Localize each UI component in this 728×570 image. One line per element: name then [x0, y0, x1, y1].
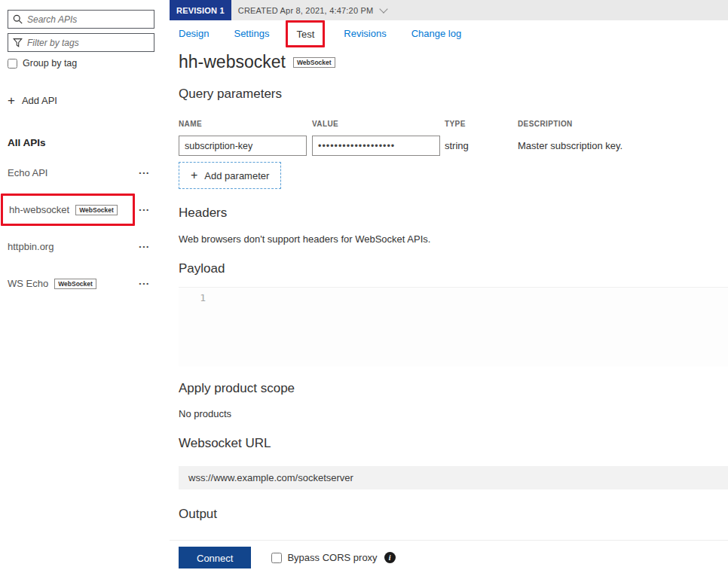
- output-heading: Output: [179, 507, 728, 521]
- tab-test[interactable]: Test: [296, 29, 314, 40]
- websocket-url-heading: Websocket URL: [179, 436, 728, 450]
- product-scope-value: No products: [179, 408, 728, 419]
- add-api-label: Add API: [22, 95, 57, 106]
- product-scope-heading: Apply product scope: [179, 381, 728, 395]
- plus-icon: +: [191, 169, 197, 181]
- info-icon[interactable]: i: [384, 552, 396, 563]
- all-apis-heading: All APIs: [8, 137, 154, 148]
- api-item-label[interactable]: Echo API: [8, 167, 47, 178]
- api-list: Echo API ••• hh-websocket WebSocket ••• …: [8, 154, 154, 302]
- search-apis-box[interactable]: [8, 10, 154, 29]
- connect-button[interactable]: Connect: [179, 547, 251, 568]
- more-options-icon[interactable]: •••: [136, 203, 154, 216]
- test-console: hh-websocket WebSocket Query parameters …: [170, 53, 728, 568]
- api-item-label[interactable]: hh-websocket: [9, 204, 69, 215]
- websocket-badge: WebSocket: [75, 205, 118, 215]
- bypass-cors-checkbox[interactable]: [271, 553, 282, 563]
- filter-tags-box[interactable]: [8, 33, 154, 52]
- editor-text-area[interactable]: [216, 288, 728, 367]
- annotation-highlight-box: hh-websocket WebSocket: [1, 194, 135, 226]
- tab-design[interactable]: Design: [179, 28, 209, 39]
- add-parameter-button[interactable]: + Add parameter: [179, 162, 281, 189]
- parameter-type: string: [445, 140, 518, 151]
- filter-icon: [13, 38, 23, 47]
- headers-note: Web browsers don't support headers for W…: [179, 233, 728, 245]
- websocket-url-field[interactable]: wss://www.example.com/socketserver: [179, 466, 728, 489]
- add-api-button[interactable]: + Add API: [8, 94, 154, 107]
- bypass-cors-label: Bypass CORS proxy: [287, 552, 377, 563]
- column-header-name: NAME: [179, 120, 312, 128]
- column-header-type: TYPE: [445, 120, 518, 128]
- add-parameter-label: Add parameter: [204, 170, 269, 181]
- api-sidebar: Group by tag + Add API All APIs Echo API…: [0, 0, 170, 570]
- tab-bar: Design Settings Test Revisions Change lo…: [170, 20, 728, 47]
- parameter-value-input[interactable]: [312, 136, 440, 156]
- revision-badge: REVISION 1: [170, 0, 231, 20]
- parameter-name-input[interactable]: [179, 136, 307, 156]
- api-item-label[interactable]: WS Echo: [8, 278, 48, 289]
- payload-heading: Payload: [179, 261, 728, 276]
- page-title: hh-websocket: [179, 53, 286, 72]
- api-list-item-ws-echo[interactable]: WS Echo WebSocket •••: [8, 265, 154, 302]
- group-by-tag-row[interactable]: Group by tag: [8, 58, 154, 69]
- chevron-down-icon[interactable]: [380, 5, 388, 13]
- editor-line-number: 1: [179, 288, 216, 367]
- parameter-description: Master subscription key.: [518, 140, 728, 151]
- filter-tags-input[interactable]: [27, 38, 149, 48]
- headers-heading: Headers: [179, 206, 728, 220]
- search-apis-input[interactable]: [27, 14, 149, 25]
- api-list-item-httpbin[interactable]: httpbin.org •••: [8, 228, 154, 265]
- column-header-value: VALUE: [312, 120, 445, 128]
- tab-change-log[interactable]: Change log: [411, 28, 462, 39]
- column-header-description: DESCRIPTION: [518, 120, 728, 128]
- tab-settings[interactable]: Settings: [234, 28, 269, 39]
- more-options-icon[interactable]: •••: [136, 240, 154, 253]
- search-icon: [13, 14, 23, 24]
- api-list-item-echo-api[interactable]: Echo API •••: [8, 154, 154, 191]
- console-footer: Connect Bypass CORS proxy i: [170, 540, 728, 568]
- query-parameter-row: string Master subscription key.: [179, 136, 728, 156]
- bypass-cors-row[interactable]: Bypass CORS proxy: [271, 552, 377, 563]
- annotation-highlight-box: Test: [286, 20, 325, 47]
- created-timestamp: CREATED Apr 8, 2021, 4:47:20 PM: [238, 6, 374, 15]
- main-panel: REVISION 1 CREATED Apr 8, 2021, 4:47:20 …: [170, 0, 728, 570]
- group-by-tag-label: Group by tag: [23, 58, 77, 69]
- api-item-label[interactable]: httpbin.org: [8, 241, 54, 252]
- api-list-item-hh-websocket[interactable]: hh-websocket WebSocket •••: [8, 191, 154, 228]
- websocket-badge: WebSocket: [293, 57, 335, 68]
- tab-revisions[interactable]: Revisions: [344, 28, 386, 39]
- query-parameters-table-header: NAME VALUE TYPE DESCRIPTION: [179, 120, 728, 128]
- more-options-icon[interactable]: •••: [136, 277, 154, 290]
- revision-bar: REVISION 1 CREATED Apr 8, 2021, 4:47:20 …: [170, 0, 728, 20]
- more-options-icon[interactable]: •••: [136, 166, 154, 179]
- payload-code-editor[interactable]: 1: [179, 287, 728, 367]
- query-parameters-heading: Query parameters: [179, 87, 728, 101]
- websocket-badge: WebSocket: [54, 279, 96, 289]
- plus-icon: +: [8, 94, 15, 107]
- group-by-tag-checkbox[interactable]: [8, 59, 17, 69]
